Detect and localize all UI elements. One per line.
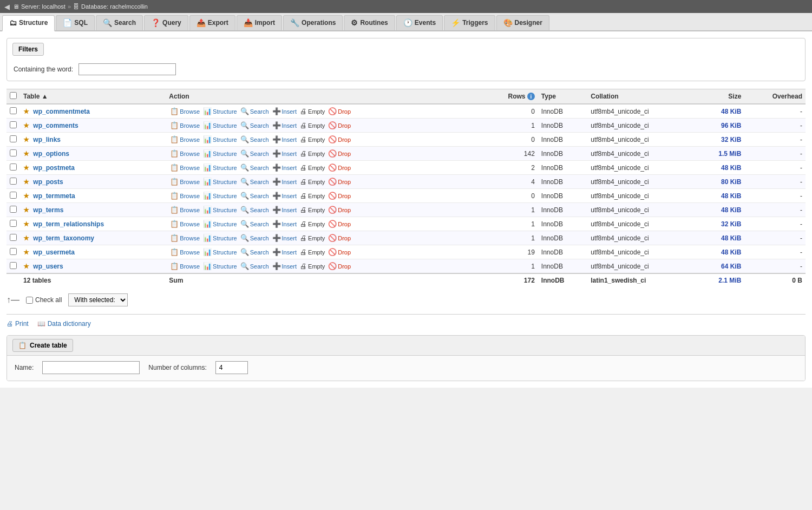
star-icon[interactable]: ★ <box>23 178 29 186</box>
table-name-link[interactable]: wp_term_taxonomy <box>33 234 94 242</box>
select-all-checkbox[interactable] <box>10 92 17 99</box>
check-all-label[interactable]: Check all <box>26 296 62 304</box>
browse-btn[interactable]: 📋Browse <box>169 177 201 186</box>
search-btn[interactable]: 🔍Search <box>239 261 270 271</box>
insert-btn[interactable]: ➕Insert <box>271 205 298 214</box>
tab-sql[interactable]: 📄SQL <box>56 15 95 30</box>
tab-export[interactable]: 📤Export <box>189 15 235 30</box>
rows-info-icon[interactable]: i <box>527 93 535 100</box>
star-icon[interactable]: ★ <box>23 263 29 270</box>
empty-btn[interactable]: 🖨Empty <box>299 261 326 271</box>
search-btn[interactable]: 🔍Search <box>239 107 270 116</box>
drop-btn[interactable]: 🚫Drop <box>327 247 352 257</box>
data-dictionary-link[interactable]: 📖Data dictionary <box>37 320 91 328</box>
browse-btn[interactable]: 📋Browse <box>169 233 201 243</box>
structure-btn[interactable]: 📊Structure <box>202 191 238 200</box>
tab-designer[interactable]: 🎨Designer <box>496 15 549 30</box>
search-btn[interactable]: 🔍Search <box>239 149 270 158</box>
browse-btn[interactable]: 📋Browse <box>169 219 201 228</box>
insert-btn[interactable]: ➕Insert <box>271 163 298 172</box>
star-icon[interactable]: ★ <box>23 122 29 129</box>
structure-btn[interactable]: 📊Structure <box>202 163 238 172</box>
row-checkbox[interactable] <box>10 206 17 213</box>
table-name-link[interactable]: wp_postmeta <box>33 164 75 172</box>
tab-import[interactable]: 📥Import <box>237 15 282 30</box>
insert-btn[interactable]: ➕Insert <box>271 149 298 158</box>
table-name-link[interactable]: wp_term_relationships <box>33 220 104 228</box>
empty-btn[interactable]: 🖨Empty <box>299 233 326 243</box>
tab-operations[interactable]: 🔧Operations <box>283 15 343 30</box>
drop-btn[interactable]: 🚫Drop <box>327 135 352 144</box>
empty-btn[interactable]: 🖨Empty <box>299 191 326 200</box>
row-checkbox[interactable] <box>10 220 17 227</box>
row-checkbox[interactable] <box>10 135 17 142</box>
insert-btn[interactable]: ➕Insert <box>271 247 298 257</box>
row-checkbox[interactable] <box>10 234 17 241</box>
search-btn[interactable]: 🔍Search <box>239 121 270 130</box>
star-icon[interactable]: ★ <box>23 220 29 228</box>
search-btn[interactable]: 🔍Search <box>239 177 270 186</box>
filters-toggle-button[interactable]: Filters <box>12 43 44 56</box>
tab-query[interactable]: ❓Query <box>144 15 188 30</box>
empty-btn[interactable]: 🖨Empty <box>299 205 326 214</box>
drop-btn[interactable]: 🚫Drop <box>327 233 352 243</box>
star-icon[interactable]: ★ <box>23 150 29 158</box>
empty-btn[interactable]: 🖨Empty <box>299 247 326 257</box>
browse-btn[interactable]: 📋Browse <box>169 205 201 214</box>
search-btn[interactable]: 🔍Search <box>239 191 270 200</box>
insert-btn[interactable]: ➕Insert <box>271 261 298 271</box>
back-button[interactable]: ◀ <box>4 3 10 11</box>
structure-btn[interactable]: 📊Structure <box>202 107 238 116</box>
row-checkbox[interactable] <box>10 178 17 185</box>
table-name-link[interactable]: wp_links <box>33 136 61 143</box>
structure-btn[interactable]: 📊Structure <box>202 247 238 257</box>
empty-btn[interactable]: 🖨Empty <box>299 107 326 116</box>
insert-btn[interactable]: ➕Insert <box>271 233 298 243</box>
browse-btn[interactable]: 📋Browse <box>169 135 201 144</box>
structure-btn[interactable]: 📊Structure <box>202 149 238 158</box>
insert-btn[interactable]: ➕Insert <box>271 219 298 228</box>
drop-btn[interactable]: 🚫Drop <box>327 107 352 116</box>
browse-btn[interactable]: 📋Browse <box>169 261 201 271</box>
structure-btn[interactable]: 📊Structure <box>202 233 238 243</box>
drop-btn[interactable]: 🚫Drop <box>327 219 352 228</box>
drop-btn[interactable]: 🚫Drop <box>327 149 352 158</box>
table-name-link[interactable]: wp_comments <box>33 122 78 129</box>
table-name-link[interactable]: wp_commentmeta <box>33 108 90 115</box>
star-icon[interactable]: ★ <box>23 136 29 143</box>
structure-btn[interactable]: 📊Structure <box>202 121 238 130</box>
search-btn[interactable]: 🔍Search <box>239 135 270 144</box>
insert-btn[interactable]: ➕Insert <box>271 107 298 116</box>
search-btn[interactable]: 🔍Search <box>239 163 270 172</box>
browse-btn[interactable]: 📋Browse <box>169 247 201 257</box>
row-checkbox[interactable] <box>10 248 17 255</box>
create-table-name-input[interactable] <box>42 361 140 374</box>
table-name-link[interactable]: wp_usermeta <box>33 249 75 256</box>
create-table-columns-input[interactable] <box>215 361 248 374</box>
structure-btn[interactable]: 📊Structure <box>202 261 238 271</box>
insert-btn[interactable]: ➕Insert <box>271 191 298 200</box>
browse-btn[interactable]: 📋Browse <box>169 191 201 200</box>
browse-btn[interactable]: 📋Browse <box>169 107 201 116</box>
drop-btn[interactable]: 🚫Drop <box>327 121 352 130</box>
row-checkbox[interactable] <box>10 262 17 269</box>
browse-btn[interactable]: 📋Browse <box>169 149 201 158</box>
empty-btn[interactable]: 🖨Empty <box>299 219 326 228</box>
search-btn[interactable]: 🔍Search <box>239 205 270 214</box>
star-icon[interactable]: ★ <box>23 206 29 214</box>
star-icon[interactable]: ★ <box>23 192 29 200</box>
search-btn[interactable]: 🔍Search <box>239 233 270 243</box>
row-checkbox[interactable] <box>10 149 17 156</box>
table-name-link[interactable]: wp_terms <box>33 206 63 214</box>
search-btn[interactable]: 🔍Search <box>239 219 270 228</box>
tab-search[interactable]: 🔍Search <box>96 15 143 30</box>
row-checkbox[interactable] <box>10 121 17 128</box>
empty-btn[interactable]: 🖨Empty <box>299 135 326 144</box>
row-checkbox[interactable] <box>10 164 17 171</box>
empty-btn[interactable]: 🖨Empty <box>299 163 326 172</box>
create-table-button[interactable]: 📋 Create table <box>12 339 73 352</box>
insert-btn[interactable]: ➕Insert <box>271 121 298 130</box>
structure-btn[interactable]: 📊Structure <box>202 177 238 186</box>
star-icon[interactable]: ★ <box>23 164 29 172</box>
table-name-link[interactable]: wp_termmeta <box>33 192 75 200</box>
